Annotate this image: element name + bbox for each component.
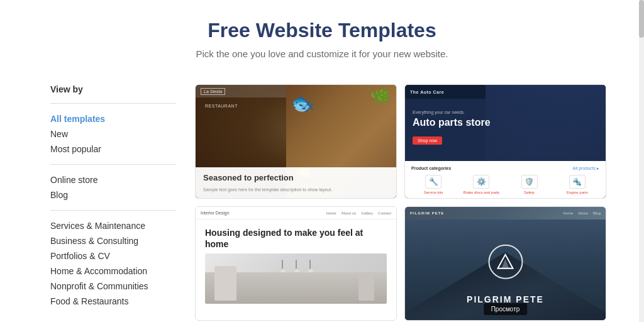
safety-label: Safety bbox=[524, 191, 535, 194]
pilgrim-logo-circle bbox=[488, 245, 523, 279]
pilgrim-mountain-icon bbox=[496, 252, 515, 271]
sidebar-item-nonprofit-communities[interactable]: Nonprofit & Communities bbox=[50, 279, 176, 294]
auto-cta-button[interactable]: Shop now bbox=[413, 136, 442, 145]
interior-nav: HomeAbout usGalleryContact bbox=[326, 211, 391, 215]
auto-all-products-link[interactable]: All products ▸ bbox=[572, 166, 599, 171]
interior-hero-title: Housing designed to make you feel at hom… bbox=[205, 227, 387, 250]
sidebar-item-blog[interactable]: Blog bbox=[50, 187, 176, 203]
brake-label: Brake discs and pads bbox=[464, 191, 499, 194]
interior-room-image bbox=[205, 253, 387, 304]
templates-grid: La Siesta HomeMenuAboutContact 🐟 🌿 🍋 RES… bbox=[195, 84, 606, 321]
sidebar-item-food-restaurants[interactable]: Food & Restaurants bbox=[50, 294, 176, 309]
page-subtitle: Pick the one you love and customize it f… bbox=[25, 48, 619, 59]
service-kits-label: Service kits bbox=[424, 191, 443, 194]
sidebar-item-new[interactable]: New bbox=[50, 126, 176, 142]
sidebar: View by All templates New Most popular O… bbox=[50, 84, 176, 321]
page-header: Free Website Templates Pick the one you … bbox=[13, 0, 631, 72]
sidebar-item-home-accommodation[interactable]: Home & Accommodation bbox=[50, 264, 176, 279]
auto-categories-title: Product categories bbox=[411, 166, 451, 171]
sidebar-view-by-label: View by bbox=[50, 84, 176, 94]
auto-cat-service-kits[interactable]: 🔧 Service kits bbox=[411, 175, 455, 194]
auto-brand: The Auto Care bbox=[410, 90, 444, 94]
scrollbar-thumb[interactable] bbox=[639, 0, 644, 38]
auto-hero-sub: Everything your car needs. bbox=[413, 110, 598, 114]
sidebar-item-business-consulting[interactable]: Business & Consulting bbox=[50, 233, 176, 248]
service-kits-icon: 🔧 bbox=[425, 175, 441, 189]
scrollbar[interactable] bbox=[639, 0, 644, 322]
pilgrim-nav: HomeAboutBlog bbox=[563, 211, 601, 215]
auto-cat-brake[interactable]: ⚙️ Brake discs and pads bbox=[459, 175, 503, 194]
pilgrim-brand: PILGRIM PETE bbox=[410, 211, 444, 215]
safety-icon: 🛡️ bbox=[521, 175, 538, 189]
sidebar-item-all-templates[interactable]: All templates bbox=[50, 111, 176, 126]
template-pilgrim-pete[interactable]: PILGRIM PETE HomeAboutBlog bbox=[404, 206, 606, 321]
interior-brand: Interior Design bbox=[201, 211, 230, 215]
sidebar-item-most-popular[interactable]: Most popular bbox=[50, 142, 176, 157]
la-siesta-logo: La Siesta bbox=[201, 88, 225, 95]
template-la-siesta[interactable]: La Siesta HomeMenuAboutContact 🐟 🌿 🍋 RES… bbox=[195, 84, 397, 199]
sidebar-item-online-store[interactable]: Online store bbox=[50, 172, 176, 187]
sidebar-item-services-maintenance[interactable]: Services & Maintenance bbox=[50, 218, 176, 233]
auto-cat-safety[interactable]: 🛡️ Safety bbox=[508, 175, 552, 194]
brake-icon: ⚙️ bbox=[473, 175, 489, 189]
template-auto-parts[interactable]: The Auto Care HomeShopAboutBlog Everythi… bbox=[404, 84, 606, 199]
auto-hero-title: Auto parts store bbox=[413, 117, 598, 128]
template-interior-design[interactable]: Interior Design HomeAbout usGalleryConta… bbox=[195, 206, 397, 321]
pilgrim-preview-button[interactable]: Просмотр bbox=[484, 303, 528, 315]
page-title: Free Website Templates bbox=[25, 19, 619, 42]
sidebar-item-portfolios-cv[interactable]: Portfolios & CV bbox=[50, 248, 176, 264]
